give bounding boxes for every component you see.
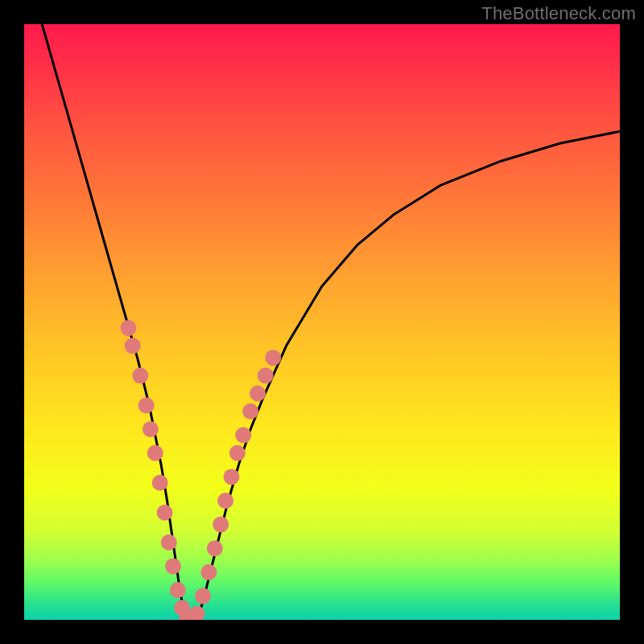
marker-dot: [235, 427, 251, 444]
marker-dot: [242, 403, 258, 419]
marker-dot: [195, 588, 211, 604]
marker-dot: [170, 582, 186, 598]
marker-dot: [165, 558, 181, 574]
marker-dot: [207, 540, 223, 556]
marker-dot: [157, 505, 173, 521]
marker-dot: [152, 475, 168, 491]
marker-dot: [250, 386, 266, 402]
marker-dot: [258, 368, 274, 384]
marker-dot: [224, 469, 240, 485]
marker-dot: [147, 445, 163, 461]
marker-dot: [213, 517, 229, 533]
plot-area: [24, 24, 620, 620]
marker-dot: [217, 493, 233, 509]
watermark-text: TheBottleneck.com: [481, 3, 636, 24]
marker-dot: [132, 368, 148, 384]
chart-svg: [24, 24, 620, 620]
marker-dot: [200, 564, 217, 580]
chart-frame: TheBottleneck.com: [0, 0, 644, 644]
marker-dot: [189, 606, 205, 620]
marker-dot: [142, 421, 159, 437]
marker-dot: [121, 320, 137, 336]
marker-points: [121, 320, 282, 620]
marker-dot: [138, 398, 155, 414]
marker-dot: [161, 535, 177, 551]
marker-dot: [265, 349, 281, 365]
marker-dot: [125, 338, 141, 354]
marker-dot: [229, 445, 246, 461]
